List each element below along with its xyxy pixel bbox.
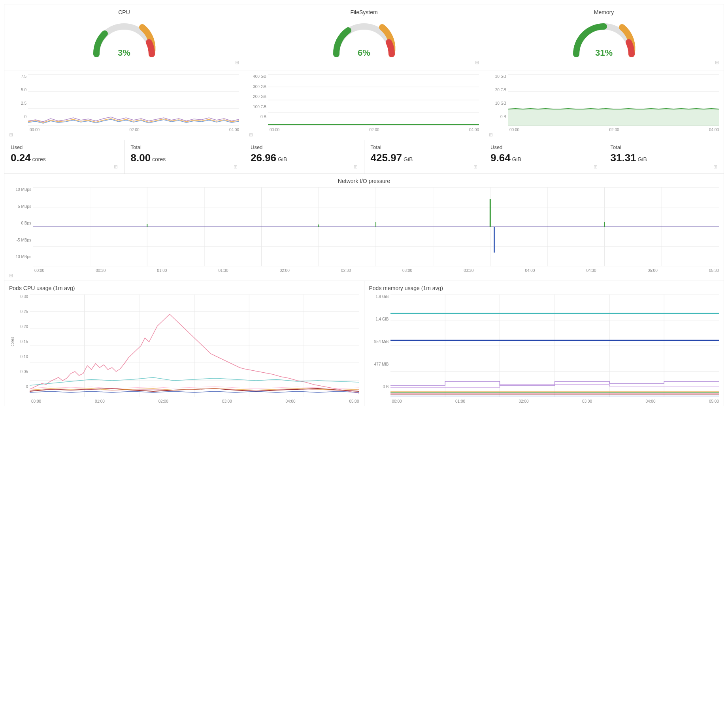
network-chart-wrapper: 10 MBps 5 MBps 0 Bps -5 MBps -10 MBps <box>9 187 719 268</box>
stat-fs-total-value: 425.97GiB <box>371 152 478 164</box>
stat-cpu-total-resize[interactable]: ⊞ <box>234 164 238 170</box>
network-chart-body <box>33 187 719 268</box>
mem-chart-body <box>508 74 719 127</box>
dashboard: CPU 3% ⊞ FileSystem <box>0 0 728 713</box>
cpu-chart-wrapper: 7.5 5.0 2.5 0 <box>9 74 239 127</box>
pods-cpu-x-axis: 00:00 01:00 02:00 03:00 04:00 05:00 <box>9 399 359 404</box>
stat-mem-total: Total 31.31GiB ⊞ <box>604 140 724 174</box>
fs-gauge: 6% <box>328 19 400 58</box>
fs-chart-panel: 400 GB 300 GB 200 GB 100 GB 0 B <box>244 70 484 140</box>
network-panel: Network I/O pressure 10 MBps 5 MBps 0 Bp… <box>4 174 724 281</box>
fs-gauge-panel: FileSystem 6% ⊞ <box>244 4 484 70</box>
fs-title: FileSystem <box>350 9 377 15</box>
stat-mem-used-label: Used <box>490 144 598 150</box>
pods-cpu-yaxis-label: cores <box>9 294 15 398</box>
pods-mem-chart-body <box>390 294 719 398</box>
stat-fs-used-label: Used <box>251 144 358 150</box>
mem-gauge-panel: Memory 31% ⊞ <box>484 4 724 70</box>
cpu-gauge: 3% <box>89 19 160 58</box>
cpu-title: CPU <box>118 9 130 15</box>
stat-mem-used-resize[interactable]: ⊞ <box>594 164 598 170</box>
pods-mem-svg <box>390 294 719 397</box>
network-resize[interactable]: ⊞ <box>9 273 719 278</box>
stats-row: Used 0.24cores ⊞ Total 8.00cores ⊞ Used … <box>4 140 724 174</box>
stat-cpu-total-value: 8.00cores <box>131 152 238 164</box>
stat-cpu-used-label: Used <box>11 144 118 150</box>
network-x-axis: 00:00 00:30 01:00 01:30 02:00 02:30 03:0… <box>9 268 719 273</box>
mem-resize-icon[interactable]: ⊞ <box>715 60 719 65</box>
cpu-chart-body <box>28 74 239 127</box>
mem-title: Memory <box>594 9 614 15</box>
mem-chart-svg <box>508 74 719 126</box>
cpu-gauge-panel: CPU 3% ⊞ <box>4 4 244 70</box>
mem-percent: 31% <box>595 48 613 58</box>
cpu-chart-svg <box>28 74 239 126</box>
gauge-row: CPU 3% ⊞ FileSystem <box>4 4 724 70</box>
timeseries-row: 7.5 5.0 2.5 0 <box>4 70 724 140</box>
stat-cpu-total-label: Total <box>131 144 238 150</box>
pods-mem-x-axis: 00:00 01:00 02:00 03:00 04:00 05:00 <box>369 399 719 404</box>
pods-memory-wrapper: 1.9 GiB 1.4 GiB 954 MiB 477 MiB 0 B <box>369 294 719 398</box>
fs-x-axis: 00:00 02:00 04:00 <box>249 128 479 132</box>
pods-cpu-panel: Pods CPU usage (1m avg) cores 0.30 0.25 … <box>4 281 364 406</box>
bottom-row: Pods CPU usage (1m avg) cores 0.30 0.25 … <box>4 281 724 406</box>
pods-cpu-title: Pods CPU usage (1m avg) <box>9 285 359 291</box>
pods-cpu-chart-body <box>30 294 359 398</box>
fs-percent: 6% <box>358 48 370 58</box>
pods-memory-panel: Pods memory usage (1m avg) 1.9 GiB 1.4 G… <box>364 281 724 406</box>
mem-chart-panel: 30 GB 20 GB 10 GB 0 B <box>484 70 724 140</box>
cpu-x-axis: 00:00 02:00 04:00 <box>9 128 239 132</box>
fs-chart-svg <box>268 74 479 126</box>
fs-chart-wrapper: 400 GB 300 GB 200 GB 100 GB 0 B <box>249 74 479 127</box>
network-y-axis: 10 MBps 5 MBps 0 Bps -5 MBps -10 MBps <box>9 187 33 268</box>
pods-memory-title: Pods memory usage (1m avg) <box>369 285 719 291</box>
stat-fs-used: Used 26.96GiB ⊞ <box>244 140 364 174</box>
stat-mem-total-value: 31.31GiB <box>611 152 718 164</box>
mem-y-axis: 30 GB 20 GB 10 GB 0 B <box>489 74 508 127</box>
fs-resize-icon[interactable]: ⊞ <box>475 60 479 65</box>
stat-mem-used-value: 9.64GiB <box>490 152 598 164</box>
stat-cpu-total: Total 8.00cores ⊞ <box>124 140 245 174</box>
cpu-percent: 3% <box>118 48 130 58</box>
stat-mem-total-label: Total <box>611 144 718 150</box>
stat-cpu-used-resize[interactable]: ⊞ <box>114 164 118 170</box>
cpu-y-label-3: 2.5 <box>21 101 26 106</box>
mem-gauge: 31% <box>568 19 639 58</box>
stat-fs-used-value: 26.96GiB <box>251 152 358 164</box>
stat-fs-total-resize[interactable]: ⊞ <box>473 164 477 170</box>
cpu-y-label-1: 7.5 <box>21 74 26 79</box>
fs-chart-body <box>268 74 479 127</box>
stat-fs-used-resize[interactable]: ⊞ <box>354 164 358 170</box>
cpu-y-label-2: 5.0 <box>21 88 26 92</box>
network-title: Network I/O pressure <box>9 178 719 184</box>
stat-mem-total-resize[interactable]: ⊞ <box>713 164 717 170</box>
cpu-y-label-4: 0 <box>24 115 26 119</box>
cpu-chart-panel: 7.5 5.0 2.5 0 <box>4 70 244 140</box>
mem-chart-wrapper: 30 GB 20 GB 10 GB 0 B <box>489 74 719 127</box>
network-chart-svg <box>33 187 719 266</box>
cpu-y-axis: 7.5 5.0 2.5 0 <box>9 74 28 127</box>
pods-cpu-wrapper: cores 0.30 0.25 0.20 0.15 0.10 0.05 0 <box>9 294 359 398</box>
fs-y-axis: 400 GB 300 GB 200 GB 100 GB 0 B <box>249 74 268 127</box>
mem-x-axis: 00:00 02:00 04:00 <box>489 128 719 132</box>
stat-cpu-used: Used 0.24cores ⊞ <box>4 140 124 174</box>
cpu-resize-icon[interactable]: ⊞ <box>235 60 239 65</box>
stat-fs-total: Total 425.97GiB ⊞ <box>364 140 485 174</box>
pods-cpu-y-axis: 0.30 0.25 0.20 0.15 0.10 0.05 0 <box>15 294 30 398</box>
stat-mem-used: Used 9.64GiB ⊞ <box>484 140 604 174</box>
mem-chart-resize[interactable]: ⊞ <box>489 132 719 138</box>
fs-chart-resize[interactable]: ⊞ <box>249 132 479 138</box>
stat-fs-total-label: Total <box>371 144 478 150</box>
pods-cpu-svg <box>30 294 359 397</box>
svg-marker-14 <box>508 109 719 126</box>
stat-cpu-used-value: 0.24cores <box>11 152 118 164</box>
cpu-chart-resize[interactable]: ⊞ <box>9 132 239 138</box>
pods-mem-y-axis: 1.9 GiB 1.4 GiB 954 MiB 477 MiB 0 B <box>369 294 390 398</box>
